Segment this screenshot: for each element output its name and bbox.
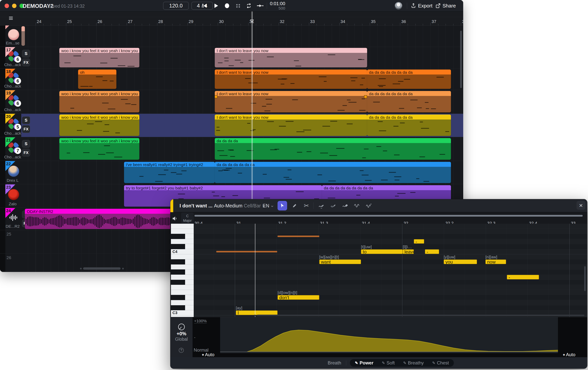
editor-horizontal-scrollbar[interactable]: [257, 315, 584, 316]
clip[interactable]: da da da da da da da da: [367, 91, 451, 112]
key-scale-selector[interactable]: C Major: [181, 213, 194, 224]
piano-keys[interactable]: C4C3: [171, 224, 194, 317]
help-icon[interactable]: ?: [179, 348, 184, 353]
pointer-tool[interactable]: [278, 201, 287, 210]
track-avatar[interactable]: [8, 166, 19, 177]
track-avatar[interactable]: [8, 212, 19, 223]
minimize-window-button[interactable]: [12, 4, 16, 8]
note[interactable]: want: [319, 260, 361, 264]
clip[interactable]: oh: [78, 69, 116, 89]
solo-button[interactable]: S: [22, 140, 30, 148]
clip[interactable]: I don't want to leave you now: [215, 69, 367, 89]
note[interactable]: you: [444, 260, 477, 264]
track-row[interactable]: 22Drex Li've been really#1 really#2 tryi…: [0, 161, 463, 184]
style-pill-chest[interactable]: ✎Chest: [432, 360, 449, 366]
metronome-icon[interactable]: [234, 2, 242, 9]
pencil-tool[interactable]: [290, 201, 299, 210]
note-grid[interactable]: I[ay]don't[d][ow][n][t]want[w][aa][n][t]…: [194, 224, 587, 317]
solo-button[interactable]: S: [22, 50, 30, 57]
clip[interactable]: da da da da da da da: [215, 162, 451, 183]
scissors-tool[interactable]: ✂: [302, 201, 311, 210]
tempo-field[interactable]: 120.0: [163, 2, 189, 10]
editor-playhead[interactable]: [255, 224, 255, 317]
track-row[interactable]: Em...se: [0, 25, 463, 47]
anchor-automation-tool[interactable]: [328, 201, 338, 210]
clip[interactable]: i've been really#1 really#2 trying#1 try…: [124, 162, 215, 183]
clip[interactable]: woo i know you feel it woo yeah i know y…: [59, 48, 139, 67]
export-button[interactable]: Export: [411, 2, 432, 10]
white-key[interactable]: [171, 300, 194, 305]
skip-to-start-button[interactable]: [200, 2, 208, 9]
vibrato-tool[interactable]: [352, 201, 362, 210]
clip[interactable]: da da da da da da da da: [367, 115, 451, 136]
white-key[interactable]: C3: [171, 310, 194, 316]
style-pill-soft[interactable]: ✎Soft: [382, 360, 395, 366]
track-row[interactable]: 196Cho...ackwoo i know you feel it woo y…: [0, 90, 463, 114]
editor-overview-scrollbar[interactable]: [194, 215, 583, 217]
clip[interactable]: da da da da da da da da: [367, 69, 451, 89]
fx-button[interactable]: FX: [22, 149, 30, 156]
solo-button[interactable]: S: [22, 116, 30, 124]
note[interactable]: now: [485, 260, 506, 264]
draw-automation-tool[interactable]: [316, 201, 326, 210]
play-button[interactable]: [212, 2, 220, 9]
white-key[interactable]: [171, 224, 194, 229]
white-key[interactable]: [171, 275, 194, 280]
speaker-icon[interactable]: [172, 215, 178, 222]
note[interactable]: don't: [278, 295, 319, 300]
black-key[interactable]: [171, 295, 194, 300]
clip[interactable]: I don't want to leave you now: [215, 115, 367, 136]
fx-button[interactable]: FX: [22, 59, 30, 66]
black-key[interactable]: [171, 259, 194, 264]
black-key[interactable]: [171, 244, 194, 249]
global-param-knob[interactable]: [178, 323, 186, 331]
editor-vertical-scrollbar[interactable]: [584, 266, 586, 291]
clip-resize-handle[interactable]: [215, 95, 217, 98]
track-avatar[interactable]: [8, 29, 19, 40]
style-pill-power[interactable]: ✎Power: [355, 360, 373, 366]
close-editor-button[interactable]: ×: [577, 201, 585, 210]
note[interactable]: -: [425, 249, 439, 254]
track-row[interactable]: 186Cho...ackohI don't want to leave you …: [0, 69, 463, 90]
fx-button[interactable]: FX: [22, 125, 30, 133]
account-avatar[interactable]: [395, 2, 402, 10]
horizontal-scrollbar[interactable]: [83, 267, 121, 270]
track-row[interactable]: 176Cho...ackSFXwoo i know you feel it wo…: [0, 47, 463, 69]
breath-tab[interactable]: Breath: [328, 360, 341, 366]
note[interactable]: to: [361, 249, 403, 254]
note[interactable]: leave: [403, 249, 414, 254]
note[interactable]: -: [507, 275, 539, 279]
hscroll-dot[interactable]: [122, 268, 124, 270]
white-key[interactable]: [171, 290, 194, 295]
black-key[interactable]: [171, 270, 194, 275]
close-window-button[interactable]: [5, 4, 9, 8]
editor-hscroll-dot[interactable]: [254, 315, 255, 316]
menu-button[interactable]: [8, 16, 13, 21]
track-row[interactable]: 217Cho...ackSFXwoo i know you feel it wo…: [0, 137, 463, 161]
language-selector[interactable]: EN: [262, 203, 274, 208]
white-key[interactable]: [171, 316, 194, 317]
clip[interactable]: woo i know you feel it woo yeah i know y…: [59, 115, 139, 136]
white-key[interactable]: C4: [171, 249, 194, 254]
white-key[interactable]: [171, 254, 194, 260]
auto-button-left[interactable]: ✦Auto: [201, 352, 214, 357]
white-key[interactable]: [171, 239, 194, 244]
share-button[interactable]: Share: [435, 2, 456, 10]
note[interactable]: I: [236, 310, 278, 315]
clip[interactable]: I don't want to leave you now: [215, 91, 367, 112]
white-key[interactable]: [171, 229, 194, 234]
clip[interactable]: [21, 26, 25, 46]
black-key[interactable]: [171, 234, 194, 239]
clip[interactable]: woo i know you feel it woo yeah i know y…: [59, 138, 139, 160]
track-row[interactable]: 205Cho...ackSFXwoo i know you feel it wo…: [0, 114, 463, 137]
clip[interactable]: I don't want to leave you now: [215, 48, 367, 67]
autoscroll-icon[interactable]: [256, 2, 264, 9]
track-avatar[interactable]: [8, 189, 19, 200]
clip-resize-handle[interactable]: [364, 95, 367, 98]
timeline-ruler[interactable]: 242526272829303132333435363738: [0, 11, 463, 25]
note[interactable]: -: [414, 239, 424, 244]
clip[interactable]: woo i know you feel it woo yeah i know y…: [59, 91, 139, 112]
hscroll-dot[interactable]: [80, 268, 82, 270]
pitch-transition-tool[interactable]: [364, 201, 374, 210]
loop-icon[interactable]: [245, 2, 253, 9]
